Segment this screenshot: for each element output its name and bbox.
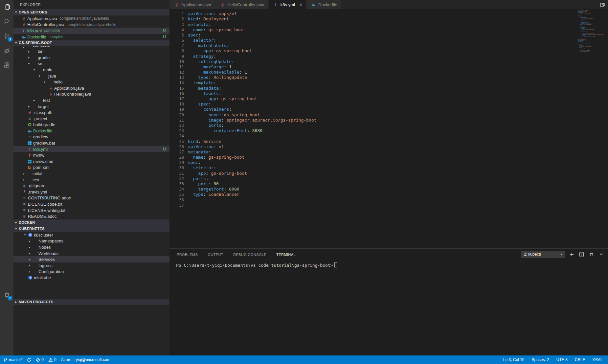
code-line[interactable]: 29spec:	[169, 160, 608, 165]
tree-item-bin[interactable]: ▸bin	[13, 48, 169, 55]
code-line[interactable]: 25kind: Service	[169, 139, 608, 144]
tree-item-test[interactable]: ▸test	[13, 97, 169, 103]
code-line[interactable]: 1apiVersion: apps/v1	[169, 11, 608, 16]
open-editors-header[interactable]: ▾ OPEN EDITORS	[13, 9, 169, 15]
code-line[interactable]: 8 app: gs-spring-boot	[169, 48, 608, 54]
tree-item-services[interactable]: ▸Services	[13, 256, 169, 262]
tree-item-hellocontroller.java[interactable]: HelloController.java	[13, 91, 169, 98]
code-line[interactable]: 2kind: Deployment	[169, 16, 608, 22]
tree-item-workloads[interactable]: ▸Workloads	[13, 250, 169, 257]
kubernetes-section-header[interactable]: ▾ KUBERNETES	[13, 226, 169, 232]
code-line[interactable]: 19 containers:	[169, 107, 608, 112]
tree-item-k8s.yml[interactable]: !k8s.ymlcompleteU	[13, 28, 169, 34]
eol-status[interactable]: CRLF	[575, 357, 585, 362]
code-line[interactable]: 37	[169, 203, 608, 208]
code-line[interactable]: 21 image: springacr.azurecr.io/gs-spring…	[169, 118, 608, 123]
code-line[interactable]: 10 rollingUpdate:	[169, 59, 608, 64]
tree-item-readme.adoc[interactable]: ≡README.adoc	[13, 213, 169, 219]
code-line[interactable]: 34 targetPort: 8080	[169, 187, 608, 192]
tree-item-contributing.adoc[interactable]: ≡CONTRIBUTING.adoc	[13, 195, 169, 201]
tree-item-mvnw[interactable]: mvnw	[13, 152, 169, 158]
code-line[interactable]: 16 labels:	[169, 91, 608, 96]
tree-item-.project[interactable]: ≡.project	[13, 116, 169, 122]
code-line[interactable]: 13 type: RollingUpdate	[169, 75, 608, 80]
tree-item-build.gradle[interactable]: build.gradle	[13, 122, 169, 128]
errors-status[interactable]: 0	[36, 357, 44, 362]
tree-item-application.java[interactable]: Application.javacomplete\src\main\java\h…	[13, 15, 169, 22]
debug-icon[interactable]	[0, 43, 13, 58]
code-line[interactable]: 4 name: gs-spring-boot	[169, 27, 608, 33]
code-line[interactable]: 18 spec:	[169, 102, 608, 107]
code-line[interactable]	[574, 54, 604, 55]
code-line[interactable]: 36	[169, 197, 608, 203]
kill-terminal-icon[interactable]	[588, 251, 594, 257]
tree-item-gradlew.bat[interactable]: gradlew.bat	[13, 140, 169, 146]
search-icon[interactable]	[0, 14, 13, 29]
language-mode-status[interactable]: YAML	[592, 357, 603, 362]
encoding-status[interactable]: UTF-8	[556, 357, 568, 362]
explorer-icon[interactable]	[0, 0, 13, 14]
indentation-status[interactable]: Spaces: 2	[531, 357, 549, 362]
tab-k8s.yml[interactable]: !k8s.yml×	[269, 0, 306, 9]
code-line[interactable]: 5spec:	[169, 33, 608, 38]
cursor-position-status[interactable]: Ln 3, Col 10	[503, 357, 525, 362]
tree-item-k8s.yml[interactable]: !k8s.ymlU	[13, 146, 169, 152]
tree-item-target[interactable]: ▸target	[13, 103, 169, 110]
code-line[interactable]: 15 metadata:	[169, 86, 608, 91]
tab-application.java[interactable]: Application.java	[169, 0, 215, 9]
panel-tab-output[interactable]: OUTPUT	[207, 251, 224, 258]
new-terminal-icon[interactable]	[569, 251, 574, 257]
tree-item-pom.xml[interactable]: pom.xml	[13, 165, 169, 171]
code-line[interactable]: 12 maxUnavailable: 1	[169, 70, 608, 75]
tree-item-test[interactable]: ▸test	[13, 177, 169, 183]
tree-item-hellocontroller.java[interactable]: HelloController.javacomplete\src\main\ja…	[13, 22, 169, 28]
tree-item-java[interactable]: ▾java	[13, 73, 169, 79]
tree-item-complete[interactable]: ▾complete	[13, 46, 169, 48]
tree-item-.classpath[interactable]: .classpath	[13, 109, 169, 116]
code-line[interactable]: 32 ports:	[169, 176, 608, 181]
code-line[interactable]: 27metadata:	[169, 149, 608, 155]
code-line[interactable]: 30 selector:	[169, 165, 608, 171]
tree-item-license.code.txt[interactable]: ≡LICENSE.code.txt	[13, 201, 169, 207]
tree-item-ingress[interactable]: ▸Ingress	[13, 262, 169, 269]
code-line[interactable]: 28 name: gs-spring-boot	[169, 155, 608, 160]
tree-item-.travis.yml[interactable]: !.travis.yml	[13, 189, 169, 195]
warnings-status[interactable]: 0	[48, 357, 56, 362]
tree-item-minikube[interactable]: minikube	[13, 275, 169, 281]
tree-item-namespaces[interactable]: ▸Namespaces	[13, 238, 169, 244]
settings-gear-icon[interactable]: 1	[0, 288, 13, 302]
tree-item-dockerfile[interactable]: DockerfilecompleteU	[13, 34, 169, 40]
source-control-icon[interactable]: 3	[0, 29, 13, 43]
code-line[interactable]: 17 app: gs-spring-boot	[169, 96, 608, 102]
code-line[interactable]: 31 app: gs-spring-boot	[169, 171, 608, 176]
tree-item-gradle[interactable]: ▸gradle	[13, 55, 169, 61]
code-line[interactable]: 20 - name: gs-spring-boot	[169, 112, 608, 118]
tree-item-nodes[interactable]: ▸Nodes	[13, 244, 169, 250]
tree-item-src[interactable]: ▾src	[13, 61, 169, 67]
tree-item-hello[interactable]: ▾hello	[13, 79, 169, 85]
extensions-icon[interactable]	[0, 58, 13, 72]
panel-tab-problems[interactable]: PROBLEMS	[176, 251, 198, 258]
tree-item-main[interactable]: ▾main	[13, 67, 169, 73]
tree-item-k8scluster[interactable]: ▾k8scluster	[13, 232, 169, 238]
terminal-selector[interactable]: 2: kubectl ▼	[521, 251, 565, 258]
code-line[interactable]: 3metadata:	[169, 22, 608, 27]
code-line[interactable]: 24---	[169, 133, 608, 139]
maven-section-header[interactable]: ▸ MAVEN PROJECTS	[13, 299, 169, 305]
panel-tab-terminal[interactable]: TERMINAL	[276, 251, 296, 258]
azure-account-status[interactable]: Azure: t-yiqi@microsoft.com	[61, 357, 110, 362]
tree-item-application.java[interactable]: Application.java	[13, 85, 169, 91]
minimap[interactable]: apiVersion: apps/v1kind: Deploymentmetad…	[574, 10, 604, 55]
code-editor[interactable]: 1apiVersion: apps/v12kind: Deployment3me…	[169, 9, 608, 248]
code-line[interactable]: 23 - containerPort: 8080	[169, 128, 608, 133]
terminal-output[interactable]: PS C:\Users\t-yiqi\Documents\vs code tut…	[169, 260, 608, 268]
search-editor-icon[interactable]	[599, 2, 605, 8]
split-terminal-icon[interactable]	[578, 251, 584, 257]
tree-item-.gitignore[interactable]: ◆.gitignore	[13, 183, 169, 189]
docker-section-header[interactable]: ▸ DOCKER	[13, 219, 169, 226]
code-line[interactable]: 26apiVersion: v1	[169, 144, 608, 149]
code-line[interactable]: 22 ports:	[169, 123, 608, 128]
sync-status[interactable]	[27, 358, 31, 362]
tab-hellocontroller.java[interactable]: HelloController.java	[215, 0, 269, 9]
code-line[interactable]: 14 template:	[169, 80, 608, 85]
